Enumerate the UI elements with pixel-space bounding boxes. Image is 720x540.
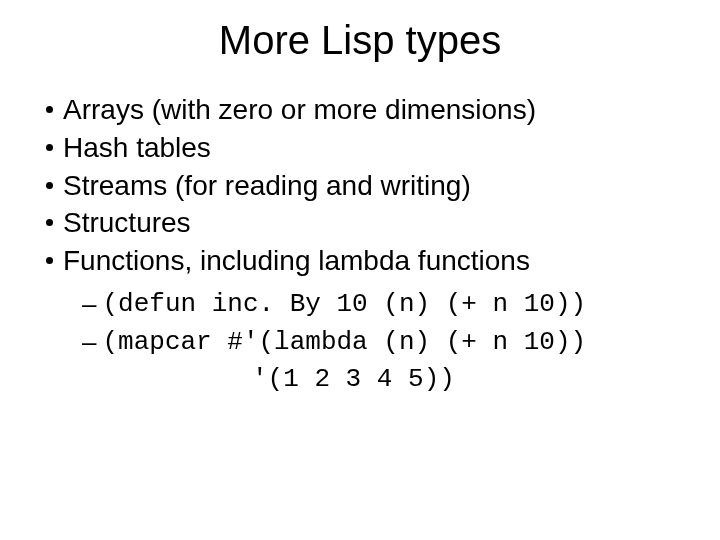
sub-bullet-continuation: '(1 2 3 4 5)) [82,361,680,399]
bullet-dot-icon [46,219,53,226]
bullet-text: Arrays (with zero or more dimensions) [63,91,536,129]
code-text: '(1 2 3 4 5)) [252,361,455,399]
sub-bullet-item: – (mapcar #'(lambda (n) (+ n 10)) [82,324,680,362]
dash-icon: – [82,286,96,324]
code-text: (mapcar #'(lambda (n) (+ n 10)) [102,324,586,362]
slide-title: More Lisp types [40,18,680,63]
bullet-text: Streams (for reading and writing) [63,167,471,205]
bullet-dot-icon [46,106,53,113]
dash-icon: – [82,324,96,362]
sub-bullet-list: – (defun inc. By 10 (n) (+ n 10)) – (map… [82,286,680,399]
slide: More Lisp types Arrays (with zero or mor… [0,0,720,540]
bullet-item: Arrays (with zero or more dimensions) [46,91,680,129]
bullet-item: Functions, including lambda functions [46,242,680,280]
bullet-dot-icon [46,144,53,151]
sub-bullet-item: – (defun inc. By 10 (n) (+ n 10)) [82,286,680,324]
bullet-text: Structures [63,204,191,242]
bullet-list: Arrays (with zero or more dimensions) Ha… [46,91,680,280]
bullet-dot-icon [46,182,53,189]
bullet-item: Streams (for reading and writing) [46,167,680,205]
bullet-text: Hash tables [63,129,211,167]
bullet-text: Functions, including lambda functions [63,242,530,280]
bullet-item: Hash tables [46,129,680,167]
code-text: (defun inc. By 10 (n) (+ n 10)) [102,286,586,324]
bullet-item: Structures [46,204,680,242]
bullet-dot-icon [46,257,53,264]
